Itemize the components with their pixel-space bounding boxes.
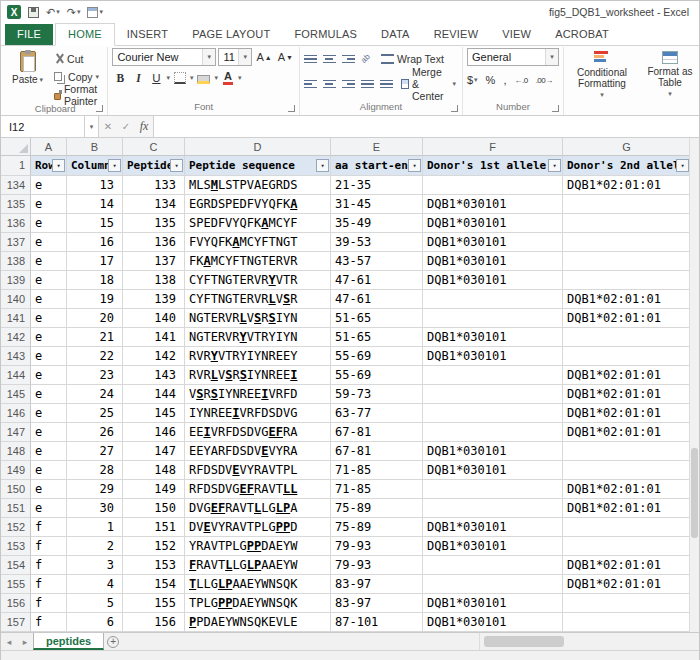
cell-C156[interactable]: 155	[123, 594, 185, 613]
insert-function-button[interactable]: fx	[135, 116, 153, 137]
row-header-154[interactable]: 154	[1, 556, 31, 575]
decrease-indent-icon[interactable]	[361, 78, 374, 91]
cell-G153[interactable]	[563, 537, 691, 556]
cell-F145[interactable]	[423, 385, 563, 404]
cell-G152[interactable]	[563, 518, 691, 537]
row-header-155[interactable]: 155	[1, 575, 31, 594]
cell-G148[interactable]	[563, 442, 691, 461]
sheet-tab-peptides[interactable]: peptides	[33, 633, 104, 650]
cell-E138[interactable]: 43-57	[331, 252, 423, 271]
align-left-icon[interactable]	[304, 78, 317, 91]
row-header-134[interactable]: 134	[1, 176, 31, 195]
caret-down-icon[interactable]: ▾	[202, 49, 215, 65]
comma-style-button[interactable]: ,	[503, 74, 506, 86]
cell-E144[interactable]: 55-69	[331, 366, 423, 385]
cell-G141[interactable]: DQB1*02:01:01	[563, 309, 691, 328]
cell-F140[interactable]	[423, 290, 563, 309]
bold-button[interactable]: B	[112, 69, 128, 87]
cell-F135[interactable]: DQB1*030101	[423, 195, 563, 214]
cell-A149[interactable]: e	[31, 461, 67, 480]
cell-C148[interactable]: 147	[123, 442, 185, 461]
row-header-152[interactable]: 152	[1, 518, 31, 537]
cell-F148[interactable]: DQB1*030101	[423, 442, 563, 461]
cell-C134[interactable]: 133	[123, 176, 185, 195]
cell-A137[interactable]: e	[31, 233, 67, 252]
ribbon-tab-acrobat[interactable]: ACROBAT	[543, 24, 621, 45]
cell-E142[interactable]: 51-65	[331, 328, 423, 347]
name-box[interactable]: I12	[1, 116, 85, 137]
new-sheet-button[interactable]: +	[104, 633, 122, 650]
row-header-146[interactable]: 146	[1, 404, 31, 423]
row-header-153[interactable]: 153	[1, 537, 31, 556]
row-header-141[interactable]: 141	[1, 309, 31, 328]
cell-D155[interactable]: TLLGLPAAEYWNSQK	[185, 575, 331, 594]
cell-B157[interactable]: 6	[67, 613, 123, 632]
cell-B144[interactable]: 23	[67, 366, 123, 385]
cell-G142[interactable]	[563, 328, 691, 347]
cell-F156[interactable]: DQB1*030101	[423, 594, 563, 613]
cell-A136[interactable]: e	[31, 214, 67, 233]
ribbon-tab-data[interactable]: DATA	[369, 24, 422, 45]
cell-B150[interactable]: 29	[67, 480, 123, 499]
table-header-b[interactable]: Column▾	[67, 156, 123, 176]
table-header-a[interactable]: Row▾	[31, 156, 67, 176]
cell-F149[interactable]: DQB1*030101	[423, 461, 563, 480]
cell-F150[interactable]	[423, 480, 563, 499]
row-header-151[interactable]: 151	[1, 499, 31, 518]
cell-A146[interactable]: e	[31, 404, 67, 423]
cell-E152[interactable]: 75-89	[331, 518, 423, 537]
cell-C140[interactable]: 139	[123, 290, 185, 309]
cell-C153[interactable]: 152	[123, 537, 185, 556]
caret-down-icon[interactable]: ▾	[238, 49, 251, 65]
dialog-launcher-icon[interactable]	[451, 105, 458, 112]
caret-down-icon[interactable]: ▾	[238, 74, 242, 82]
italic-button[interactable]: I	[130, 69, 146, 87]
cell-F152[interactable]: DQB1*030101	[423, 518, 563, 537]
formula-input[interactable]	[153, 116, 699, 137]
row-header-138[interactable]: 138	[1, 252, 31, 271]
cell-D141[interactable]: NGTERVRLVSRSIYN	[185, 309, 331, 328]
filter-dropdown-icon[interactable]: ▾	[108, 159, 121, 172]
cell-G135[interactable]	[563, 195, 691, 214]
cell-D145[interactable]: VSRSIYNREEIVRFD	[185, 385, 331, 404]
caret-down-icon[interactable]: ▾	[214, 74, 218, 82]
cell-G137[interactable]	[563, 233, 691, 252]
row-header-145[interactable]: 145	[1, 385, 31, 404]
align-middle-icon[interactable]	[323, 53, 336, 66]
row-header-148[interactable]: 148	[1, 442, 31, 461]
cell-A140[interactable]: e	[31, 290, 67, 309]
cell-D144[interactable]: RVRLVSRSIYNREEI	[185, 366, 331, 385]
filter-dropdown-icon[interactable]: ▾	[408, 159, 421, 172]
row-header-143[interactable]: 143	[1, 347, 31, 366]
cell-C152[interactable]: 151	[123, 518, 185, 537]
row-header-147[interactable]: 147	[1, 423, 31, 442]
cell-B140[interactable]: 19	[67, 290, 123, 309]
cell-F146[interactable]	[423, 404, 563, 423]
cell-E143[interactable]: 55-69	[331, 347, 423, 366]
cell-F141[interactable]	[423, 309, 563, 328]
table-header-d[interactable]: Peptide sequence▾	[185, 156, 331, 176]
cell-C136[interactable]: 135	[123, 214, 185, 233]
cell-E139[interactable]: 47-61	[331, 271, 423, 290]
row-header-144[interactable]: 144	[1, 366, 31, 385]
cell-C151[interactable]: 150	[123, 499, 185, 518]
cell-F136[interactable]: DQB1*030101	[423, 214, 563, 233]
cell-B139[interactable]: 18	[67, 271, 123, 290]
cell-F157[interactable]: DQB1*030101	[423, 613, 563, 632]
cell-D152[interactable]: DVEVYRAVTPLGPPD	[185, 518, 331, 537]
cell-C137[interactable]: 136	[123, 233, 185, 252]
cell-B149[interactable]: 28	[67, 461, 123, 480]
cell-B147[interactable]: 26	[67, 423, 123, 442]
cell-E154[interactable]: 79-93	[331, 556, 423, 575]
cell-F138[interactable]: DQB1*030101	[423, 252, 563, 271]
cell-G140[interactable]: DQB1*02:01:01	[563, 290, 691, 309]
borders-button[interactable]	[172, 69, 188, 87]
cell-G155[interactable]: DQB1*02:01:01	[563, 575, 691, 594]
cell-E147[interactable]: 67-81	[331, 423, 423, 442]
format-painter-button[interactable]: Format Painter	[52, 86, 103, 103]
ribbon-tab-view[interactable]: VIEW	[490, 24, 543, 45]
cell-C142[interactable]: 141	[123, 328, 185, 347]
wrap-text-button[interactable]: Wrap Text	[379, 51, 446, 68]
cell-C147[interactable]: 146	[123, 423, 185, 442]
cell-B134[interactable]: 13	[67, 176, 123, 195]
